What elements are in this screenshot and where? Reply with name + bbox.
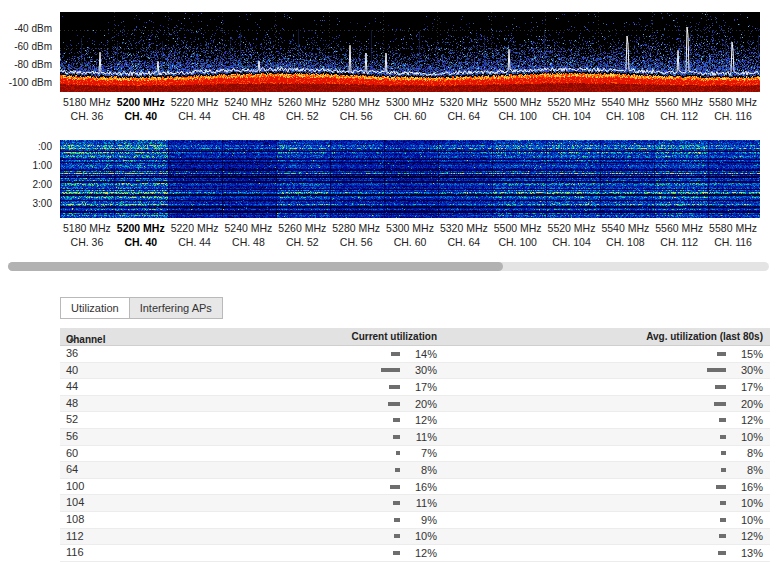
utilization-value: 17% (729, 381, 763, 393)
avg-utilization-cell: 8% (721, 446, 763, 462)
utilization-bar (390, 485, 400, 489)
avg-utilization-cell: 12% (719, 412, 763, 428)
utilization-value: 13% (729, 547, 763, 559)
avg-utilization-cell: 30% (707, 363, 763, 379)
utilization-bar (720, 435, 726, 439)
utilization-value: 12% (729, 530, 763, 542)
utilization-value: 12% (403, 414, 437, 426)
utilization-bar (717, 352, 726, 356)
waterfall-section: :001:002:003:00 (0, 140, 777, 218)
utilization-value: 12% (729, 414, 763, 426)
utilization-value: 7% (403, 447, 437, 459)
utilization-value: 15% (729, 348, 763, 360)
header-current-utilization[interactable]: Current utilization (351, 331, 437, 342)
channel-label: CH. 116 (706, 236, 760, 249)
utilization-bar (721, 468, 726, 472)
utilization-value: 8% (729, 447, 763, 459)
utilization-bar (714, 402, 726, 406)
avg-utilization-cell: 12% (719, 529, 763, 545)
utilization-value: 11% (403, 431, 437, 443)
tab-interfering-aps[interactable]: Interfering APs (129, 297, 223, 319)
utilization-bar (720, 518, 726, 522)
current-utilization-cell: 11% (393, 495, 437, 511)
utilization-value: 30% (729, 364, 763, 376)
channel-label: CH. 44 (168, 110, 222, 123)
utilization-bar (718, 551, 726, 555)
channel-label: CH. 104 (545, 236, 599, 249)
utilization-value: 10% (729, 497, 763, 509)
utilization-value: 14% (403, 348, 437, 360)
channel-cell: 36 (66, 347, 78, 359)
frequency-label: 5500 MHz (491, 96, 545, 109)
current-utilization-cell: 10% (394, 529, 437, 545)
table-row: 11210%12% (60, 529, 770, 546)
table-header-row: Channel▲ Current utilization Avg. utiliz… (60, 328, 770, 346)
utilization-bar (719, 418, 726, 422)
channel-label: CH. 112 (652, 236, 706, 249)
avg-utilization-cell: 10% (720, 429, 763, 445)
table-row: 11612%13% (60, 545, 770, 562)
horizontal-scrollbar-track[interactable] (8, 262, 769, 271)
header-avg-utilization[interactable]: Avg. utilization (last 80s) (646, 331, 763, 342)
avg-utilization-cell: 16% (716, 479, 763, 495)
table-row: 5212%12% (60, 412, 770, 429)
dbm-label: -80 dBm (14, 59, 52, 70)
channel-label: CH. 52 (275, 236, 329, 249)
utilization-value: 16% (729, 481, 763, 493)
channel-label: CH. 100 (491, 236, 545, 249)
channel-label: CH. 56 (329, 110, 383, 123)
dbm-label: -100 dBm (9, 77, 52, 88)
utilization-bar (720, 501, 726, 505)
table-row: 10016%16% (60, 479, 770, 496)
utilization-value: 10% (729, 431, 763, 443)
frequency-label: 5500 MHz (491, 222, 545, 235)
channel-label: CH. 44 (168, 236, 222, 249)
utilization-bar (393, 435, 400, 439)
time-label: 2:00 (33, 179, 52, 190)
tab-utilization[interactable]: Utilization (60, 297, 130, 319)
utilization-value: 17% (403, 381, 437, 393)
frequency-axis: 5180 MHz5200 MHz5220 MHz5240 MHz5260 MHz… (60, 96, 760, 109)
utilization-value: 9% (403, 514, 437, 526)
channel-label: CH. 48 (222, 236, 276, 249)
frequency-label: 5300 MHz (383, 222, 437, 235)
current-utilization-cell: 8% (395, 462, 437, 478)
table-row: 3614%15% (60, 346, 770, 363)
channel-label: CH. 64 (437, 236, 491, 249)
current-utilization-cell: 14% (391, 346, 437, 362)
channel-label: CH. 40 (114, 110, 168, 123)
sort-arrow-icon: ▲ (68, 334, 76, 343)
channel-cell: 104 (66, 496, 84, 508)
channel-label: CH. 52 (275, 110, 329, 123)
channel-cell: 116 (66, 546, 84, 558)
frequency-label: 5240 MHz (222, 96, 276, 109)
frequency-label: 5220 MHz (168, 96, 222, 109)
frequency-label: 5580 MHz (706, 222, 760, 235)
avg-utilization-cell: 8% (721, 462, 763, 478)
channel-label: CH. 36 (60, 236, 114, 249)
channel-cell: 64 (66, 463, 78, 475)
table-body: 3614%15%4030%30%4417%17%4820%20%5212%12%… (60, 346, 770, 562)
channel-label: CH. 60 (383, 236, 437, 249)
utilization-bar (389, 385, 400, 389)
frequency-label: 5540 MHz (598, 222, 652, 235)
dbm-label: -40 dBm (14, 23, 52, 34)
utilization-bar (393, 418, 400, 422)
horizontal-scrollbar-thumb[interactable] (8, 262, 503, 271)
channel-label: CH. 112 (652, 110, 706, 123)
channel-cell: 100 (66, 480, 84, 492)
channel-cell: 56 (66, 430, 78, 442)
channel-label: CH. 100 (491, 110, 545, 123)
frequency-label: 5240 MHz (222, 222, 276, 235)
channel-label: CH. 108 (598, 236, 652, 249)
current-utilization-cell: 30% (381, 363, 437, 379)
utilization-bar (388, 402, 400, 406)
current-utilization-cell: 17% (389, 379, 437, 395)
frequency-label: 5320 MHz (437, 222, 491, 235)
utilization-value: 10% (403, 530, 437, 542)
frequency-label: 5180 MHz (60, 222, 114, 235)
utilization-bar (394, 534, 400, 538)
frequency-label: 5520 MHz (545, 222, 599, 235)
utilization-value: 30% (403, 364, 437, 376)
utilization-value: 20% (403, 398, 437, 410)
